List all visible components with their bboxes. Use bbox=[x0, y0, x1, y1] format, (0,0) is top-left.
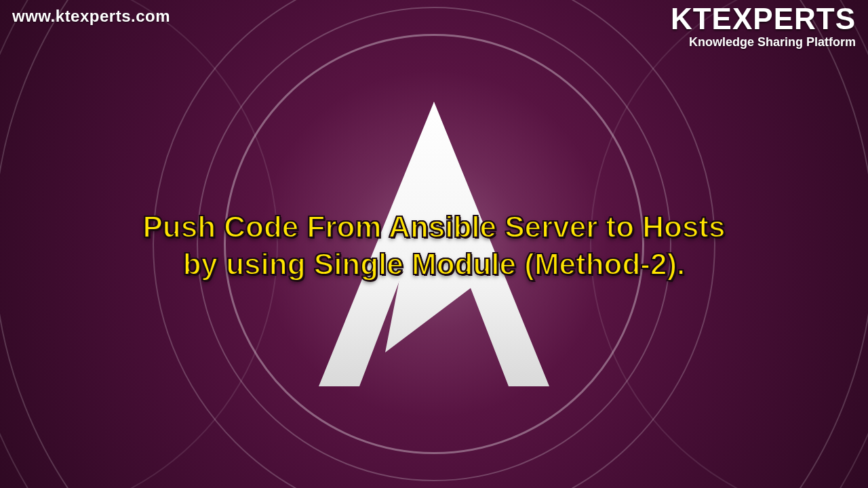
headline-line-2: by using Single Module (Method-2). bbox=[61, 245, 807, 283]
brand-tagline: Knowledge Sharing Platform bbox=[671, 35, 856, 49]
brand-block: KTEXPERTS Knowledge Sharing Platform bbox=[671, 4, 856, 49]
headline-line-1: Push Code From Ansible Server to Hosts bbox=[61, 208, 807, 245]
headline: Push Code From Ansible Server to Hosts b… bbox=[61, 208, 807, 283]
brand-name: KTEXPERTS bbox=[671, 4, 856, 34]
site-url: www.ktexperts.com bbox=[12, 7, 170, 26]
